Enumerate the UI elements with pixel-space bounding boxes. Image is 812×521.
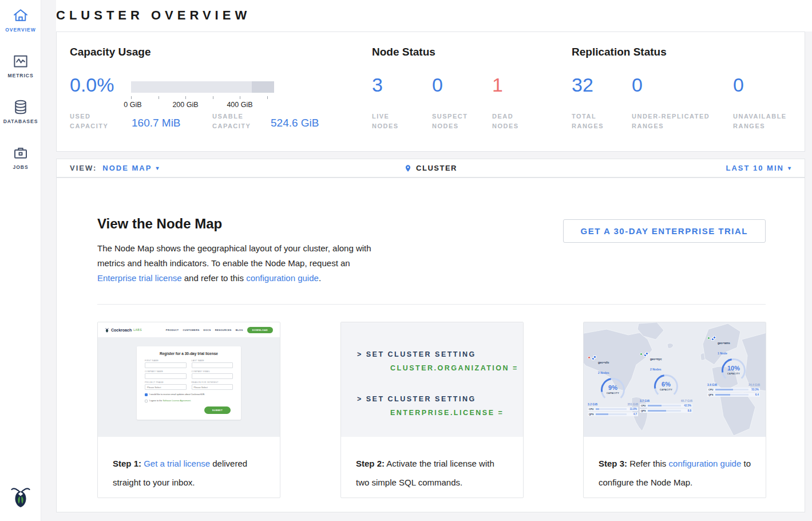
site-brand-name: Cockroach — [111, 328, 132, 332]
step-1-image: Cockroach LABS PRODUCT CUSTOMERS DOCS RE… — [98, 322, 280, 437]
capacity-usage-title: Capacity Usage — [70, 46, 151, 58]
view-selector-value: NODE MAP — [102, 164, 152, 172]
breadcrumb-cluster: CLUSTER — [416, 164, 457, 172]
site-select: Please Select — [192, 384, 233, 390]
under-replicated-ranges-value: 0 — [632, 74, 643, 96]
time-range-dropdown[interactable]: LAST 10 MIN ▾ — [726, 164, 793, 172]
dead-nodes-label: DEAD NODES — [492, 112, 519, 131]
location-pin-icon — [404, 164, 412, 173]
step-1-caption: Step 1: Get a trial license delivered st… — [98, 437, 280, 492]
sidebar-item-overview[interactable]: OVERVIEW — [0, 7, 41, 33]
site-select: Please Select — [145, 384, 187, 390]
sql-command-arg: CLUSTER.ORGANIZATION = — [357, 361, 523, 375]
promo-description: The Node Map shows the geographical layo… — [97, 241, 372, 286]
site-input — [192, 373, 233, 379]
briefcase-icon — [12, 144, 29, 161]
site-checkbox-unchecked — [145, 400, 148, 402]
node-stack-icon — [592, 356, 597, 361]
get-trial-license-link[interactable]: Get a trial license — [144, 459, 210, 468]
sidebar-item-label: OVERVIEW — [0, 27, 41, 33]
site-brand-suffix: LABS — [133, 328, 142, 331]
gauge-tick-200: 200 GiB — [172, 101, 198, 109]
enterprise-trial-button[interactable]: GET A 30-DAY ENTERPRISE TRIAL — [563, 219, 766, 243]
database-icon — [12, 98, 29, 116]
usable-capacity-value: 524.6 GiB — [271, 117, 319, 129]
capacity-gauge-segment — [252, 81, 274, 93]
dead-nodes-value: 1 — [492, 74, 503, 96]
step-2-image: > SET CLUSTER SETTING CLUSTER.ORGANIZATI… — [341, 322, 523, 437]
status-dot-red — [588, 356, 591, 359]
step-1-card: Cockroach LABS PRODUCT CUSTOMERS DOCS RE… — [97, 322, 280, 498]
capacity-gauge: 9% CAPACITY — [601, 378, 625, 402]
node-status-title: Node Status — [372, 46, 435, 58]
under-replicated-ranges-label: UNDER-REPLICATED RANGES — [632, 112, 710, 131]
home-icon — [12, 7, 29, 24]
node-map-promo-panel: View the Node Map The Node Map shows the… — [56, 177, 805, 512]
capacity-used-percent: 0.0% — [70, 74, 114, 96]
unavailable-ranges-label: UNAVAILABLE RANGES — [733, 112, 787, 131]
enterprise-trial-license-link[interactable]: Enterprise trial license — [97, 273, 182, 283]
view-bar: VIEW: NODE MAP ▾ CLUSTER LAST 10 MIN ▾ — [56, 159, 805, 177]
step-3-caption: Step 3: Refer this configuration guide t… — [584, 437, 766, 492]
page-title: CLUSTER OVERVIEW — [56, 8, 251, 23]
site-input — [192, 362, 233, 368]
total-ranges-value: 32 — [572, 74, 593, 96]
sidebar-item-jobs[interactable]: JOBS — [0, 144, 41, 170]
sidebar-item-label: METRICS — [0, 73, 41, 78]
sql-command-arg: ENTERPRISE.LICENSE = — [357, 406, 523, 420]
view-selector-dropdown[interactable]: NODE MAP ▾ — [102, 164, 160, 172]
sql-command-line: > SET CLUSTER SETTING — [357, 348, 523, 361]
capacity-gauge-bar — [131, 81, 274, 93]
sidebar: OVERVIEW METRICS DATABASES — [0, 0, 41, 521]
map-region-nyc: geo=nyc 2 Nodes 6% CAPACITY 3.7 GiB 65.7… — [640, 352, 692, 413]
site-nav-item: PRODUCT — [166, 329, 179, 331]
site-form-title: Register for a 30-day trial license — [145, 352, 233, 356]
sidebar-item-metrics[interactable]: METRICS — [0, 53, 41, 78]
site-checkbox-checked — [145, 393, 148, 396]
configuration-guide-link[interactable]: configuration guide — [669, 459, 742, 468]
site-nav-item: DOCS — [204, 329, 211, 331]
used-capacity-label: USED CAPACITY — [70, 112, 108, 131]
suspect-nodes-value: 0 — [432, 74, 443, 96]
step-2-caption: Step 2: Activate the trial license with … — [341, 437, 523, 492]
site-nav-item: RESOURCES — [215, 329, 232, 331]
map-region-sfo: geo=sfo 2 Nodes 9% CAPACITY 3.2 GiB 351 … — [588, 356, 638, 416]
site-input — [145, 362, 187, 368]
site-submit-button: SUBMIT — [204, 406, 231, 414]
sql-command-line: > SET CLUSTER SETTING — [357, 392, 523, 406]
cluster-summary-panel: Capacity Usage 0.0% 0 GiB 200 GiB 400 Gi… — [56, 31, 805, 152]
site-input — [145, 373, 187, 379]
map-region-ams: geo=ams 1 Node 10% CAPACITY 3.6 GiB 34.4… — [707, 336, 760, 397]
step-3-image: geo=sfo 2 Nodes 9% CAPACITY 3.2 GiB 351 … — [584, 322, 766, 437]
used-capacity-value: 160.7 MiB — [132, 117, 181, 129]
sidebar-item-label: JOBS — [0, 164, 41, 170]
node-stack-icon — [711, 336, 716, 341]
replication-status-title: Replication Status — [572, 46, 667, 58]
time-range-value: LAST 10 MIN — [726, 164, 784, 172]
status-dot-green — [707, 337, 710, 340]
step-2-card: > SET CLUSTER SETTING CLUSTER.ORGANIZATI… — [340, 322, 524, 498]
status-dot-green — [640, 353, 643, 356]
site-download-button: DOWNLOAD — [247, 327, 273, 333]
capacity-gauge: 10% CAPACITY — [722, 358, 746, 382]
sidebar-item-databases[interactable]: DATABASES — [0, 98, 41, 124]
total-ranges-label: TOTAL RANGES — [572, 112, 604, 131]
divider — [97, 304, 766, 305]
site-nav-item: BLOG — [236, 329, 243, 331]
configuration-guide-link[interactable]: configuration guide — [246, 273, 319, 283]
unavailable-ranges-value: 0 — [733, 74, 744, 96]
gauge-tick-400: 400 GiB — [227, 101, 252, 109]
sidebar-item-label: DATABASES — [0, 119, 41, 124]
suspect-nodes-label: SUSPECT NODES — [432, 112, 468, 131]
cockroach-labs-logo-icon — [105, 327, 109, 333]
promo-title: View the Node Map — [97, 216, 222, 232]
capacity-gauge: 6% CAPACITY — [654, 374, 678, 398]
live-nodes-value: 3 — [372, 74, 383, 96]
step-3-card: geo=sfo 2 Nodes 9% CAPACITY 3.2 GiB 351 … — [583, 322, 766, 498]
view-label: VIEW: — [70, 164, 97, 172]
chevron-down-icon: ▾ — [788, 165, 792, 171]
live-nodes-label: LIVE NODES — [372, 112, 399, 131]
cockroachdb-logo-icon — [0, 484, 41, 511]
chevron-down-icon: ▾ — [156, 165, 160, 171]
site-nav-item: CUSTOMERS — [183, 329, 199, 331]
